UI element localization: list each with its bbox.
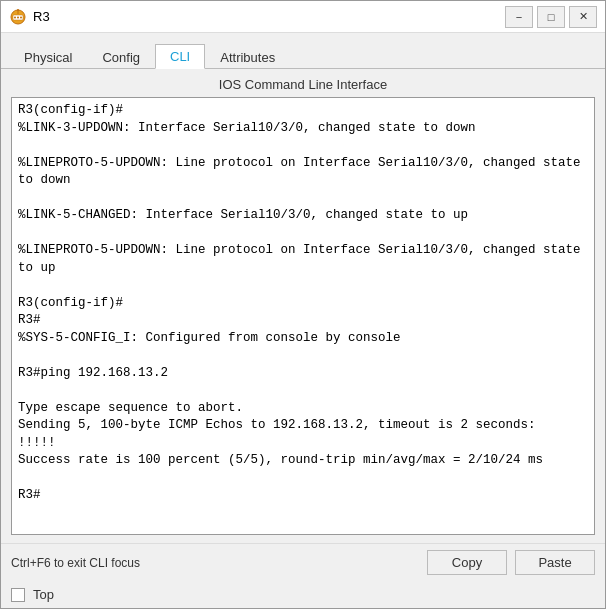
tab-config[interactable]: Config [87,45,155,69]
close-button[interactable]: ✕ [569,6,597,28]
cli-hint-text: Ctrl+F6 to exit CLI focus [11,556,140,570]
footer-bar: Top [1,581,605,608]
cli-terminal[interactable]: R3(config-if)# %LINK-3-UPDOWN: Interface… [11,97,595,535]
title-bar-controls: − □ ✕ [505,6,597,28]
router-icon [9,8,27,26]
tab-attributes[interactable]: Attributes [205,45,290,69]
svg-point-2 [14,16,16,18]
bottom-buttons: Copy Paste [427,550,595,575]
title-bar-title: R3 [33,9,50,24]
svg-point-4 [20,16,22,18]
minimize-button[interactable]: − [505,6,533,28]
svg-point-3 [17,16,19,18]
title-bar: R3 − □ ✕ [1,1,605,33]
tab-physical[interactable]: Physical [9,45,87,69]
tab-cli[interactable]: CLI [155,44,205,69]
top-checkbox[interactable] [11,588,25,602]
maximize-button[interactable]: □ [537,6,565,28]
tab-bar: Physical Config CLI Attributes [1,33,605,69]
main-window: R3 − □ ✕ Physical Config CLI Attributes … [0,0,606,609]
title-bar-left: R3 [9,8,50,26]
bottom-bar: Ctrl+F6 to exit CLI focus Copy Paste [1,543,605,581]
copy-button[interactable]: Copy [427,550,507,575]
cli-output: R3(config-if)# %LINK-3-UPDOWN: Interface… [18,102,588,505]
cli-header-label: IOS Command Line Interface [11,77,595,92]
svg-point-6 [17,9,19,11]
top-label: Top [33,587,54,602]
paste-button[interactable]: Paste [515,550,595,575]
content-area: IOS Command Line Interface R3(config-if)… [1,69,605,543]
